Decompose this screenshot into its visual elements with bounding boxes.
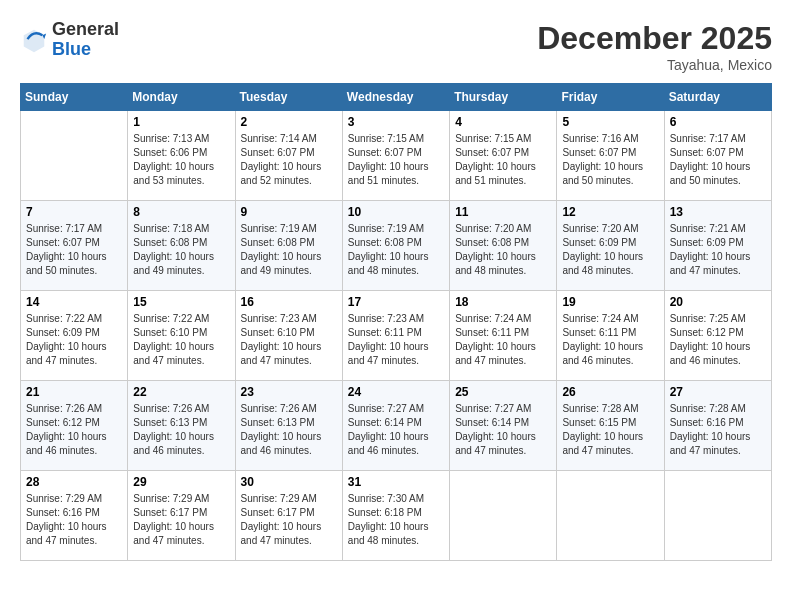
day-info: Sunrise: 7:27 AM Sunset: 6:14 PM Dayligh… <box>348 402 444 458</box>
calendar-cell: 18Sunrise: 7:24 AM Sunset: 6:11 PM Dayli… <box>450 291 557 381</box>
day-info: Sunrise: 7:15 AM Sunset: 6:07 PM Dayligh… <box>348 132 444 188</box>
calendar-week-row: 21Sunrise: 7:26 AM Sunset: 6:12 PM Dayli… <box>21 381 772 471</box>
weekday-header-thursday: Thursday <box>450 84 557 111</box>
day-number: 29 <box>133 475 229 489</box>
day-info: Sunrise: 7:28 AM Sunset: 6:15 PM Dayligh… <box>562 402 658 458</box>
day-info: Sunrise: 7:29 AM Sunset: 6:16 PM Dayligh… <box>26 492 122 548</box>
day-number: 18 <box>455 295 551 309</box>
calendar-cell: 5Sunrise: 7:16 AM Sunset: 6:07 PM Daylig… <box>557 111 664 201</box>
calendar-cell: 6Sunrise: 7:17 AM Sunset: 6:07 PM Daylig… <box>664 111 771 201</box>
day-number: 2 <box>241 115 337 129</box>
day-number: 17 <box>348 295 444 309</box>
day-number: 6 <box>670 115 766 129</box>
page-header: General Blue December 2025 Tayahua, Mexi… <box>20 20 772 73</box>
calendar-cell: 11Sunrise: 7:20 AM Sunset: 6:08 PM Dayli… <box>450 201 557 291</box>
day-info: Sunrise: 7:17 AM Sunset: 6:07 PM Dayligh… <box>670 132 766 188</box>
calendar-cell: 31Sunrise: 7:30 AM Sunset: 6:18 PM Dayli… <box>342 471 449 561</box>
day-info: Sunrise: 7:21 AM Sunset: 6:09 PM Dayligh… <box>670 222 766 278</box>
day-number: 20 <box>670 295 766 309</box>
day-info: Sunrise: 7:17 AM Sunset: 6:07 PM Dayligh… <box>26 222 122 278</box>
day-info: Sunrise: 7:22 AM Sunset: 6:10 PM Dayligh… <box>133 312 229 368</box>
day-info: Sunrise: 7:30 AM Sunset: 6:18 PM Dayligh… <box>348 492 444 548</box>
weekday-header-sunday: Sunday <box>21 84 128 111</box>
calendar-week-row: 14Sunrise: 7:22 AM Sunset: 6:09 PM Dayli… <box>21 291 772 381</box>
calendar-cell: 1Sunrise: 7:13 AM Sunset: 6:06 PM Daylig… <box>128 111 235 201</box>
day-info: Sunrise: 7:15 AM Sunset: 6:07 PM Dayligh… <box>455 132 551 188</box>
day-number: 25 <box>455 385 551 399</box>
day-number: 15 <box>133 295 229 309</box>
day-number: 5 <box>562 115 658 129</box>
logo-text: General Blue <box>52 20 119 60</box>
calendar-cell <box>664 471 771 561</box>
day-number: 8 <box>133 205 229 219</box>
day-info: Sunrise: 7:26 AM Sunset: 6:13 PM Dayligh… <box>133 402 229 458</box>
calendar-cell: 2Sunrise: 7:14 AM Sunset: 6:07 PM Daylig… <box>235 111 342 201</box>
calendar-cell: 17Sunrise: 7:23 AM Sunset: 6:11 PM Dayli… <box>342 291 449 381</box>
weekday-header-monday: Monday <box>128 84 235 111</box>
day-number: 31 <box>348 475 444 489</box>
day-number: 21 <box>26 385 122 399</box>
calendar-cell: 26Sunrise: 7:28 AM Sunset: 6:15 PM Dayli… <box>557 381 664 471</box>
day-info: Sunrise: 7:29 AM Sunset: 6:17 PM Dayligh… <box>133 492 229 548</box>
calendar-cell: 4Sunrise: 7:15 AM Sunset: 6:07 PM Daylig… <box>450 111 557 201</box>
weekday-header-saturday: Saturday <box>664 84 771 111</box>
calendar-week-row: 1Sunrise: 7:13 AM Sunset: 6:06 PM Daylig… <box>21 111 772 201</box>
day-info: Sunrise: 7:23 AM Sunset: 6:10 PM Dayligh… <box>241 312 337 368</box>
calendar-cell: 10Sunrise: 7:19 AM Sunset: 6:08 PM Dayli… <box>342 201 449 291</box>
day-info: Sunrise: 7:24 AM Sunset: 6:11 PM Dayligh… <box>562 312 658 368</box>
calendar-cell: 16Sunrise: 7:23 AM Sunset: 6:10 PM Dayli… <box>235 291 342 381</box>
day-info: Sunrise: 7:26 AM Sunset: 6:12 PM Dayligh… <box>26 402 122 458</box>
day-info: Sunrise: 7:19 AM Sunset: 6:08 PM Dayligh… <box>241 222 337 278</box>
calendar-cell: 29Sunrise: 7:29 AM Sunset: 6:17 PM Dayli… <box>128 471 235 561</box>
day-info: Sunrise: 7:23 AM Sunset: 6:11 PM Dayligh… <box>348 312 444 368</box>
calendar-cell: 24Sunrise: 7:27 AM Sunset: 6:14 PM Dayli… <box>342 381 449 471</box>
calendar-header-row: SundayMondayTuesdayWednesdayThursdayFrid… <box>21 84 772 111</box>
day-number: 28 <box>26 475 122 489</box>
day-number: 3 <box>348 115 444 129</box>
day-info: Sunrise: 7:19 AM Sunset: 6:08 PM Dayligh… <box>348 222 444 278</box>
logo: General Blue <box>20 20 119 60</box>
day-number: 19 <box>562 295 658 309</box>
calendar-week-row: 28Sunrise: 7:29 AM Sunset: 6:16 PM Dayli… <box>21 471 772 561</box>
calendar-cell: 9Sunrise: 7:19 AM Sunset: 6:08 PM Daylig… <box>235 201 342 291</box>
day-number: 1 <box>133 115 229 129</box>
day-number: 7 <box>26 205 122 219</box>
calendar-cell: 30Sunrise: 7:29 AM Sunset: 6:17 PM Dayli… <box>235 471 342 561</box>
weekday-header-wednesday: Wednesday <box>342 84 449 111</box>
calendar-cell: 28Sunrise: 7:29 AM Sunset: 6:16 PM Dayli… <box>21 471 128 561</box>
day-info: Sunrise: 7:20 AM Sunset: 6:08 PM Dayligh… <box>455 222 551 278</box>
calendar-table: SundayMondayTuesdayWednesdayThursdayFrid… <box>20 83 772 561</box>
calendar-cell: 3Sunrise: 7:15 AM Sunset: 6:07 PM Daylig… <box>342 111 449 201</box>
day-number: 12 <box>562 205 658 219</box>
day-info: Sunrise: 7:14 AM Sunset: 6:07 PM Dayligh… <box>241 132 337 188</box>
month-year-title: December 2025 <box>537 20 772 57</box>
calendar-cell: 13Sunrise: 7:21 AM Sunset: 6:09 PM Dayli… <box>664 201 771 291</box>
day-info: Sunrise: 7:28 AM Sunset: 6:16 PM Dayligh… <box>670 402 766 458</box>
day-number: 24 <box>348 385 444 399</box>
day-info: Sunrise: 7:22 AM Sunset: 6:09 PM Dayligh… <box>26 312 122 368</box>
day-info: Sunrise: 7:29 AM Sunset: 6:17 PM Dayligh… <box>241 492 337 548</box>
day-info: Sunrise: 7:25 AM Sunset: 6:12 PM Dayligh… <box>670 312 766 368</box>
calendar-cell: 22Sunrise: 7:26 AM Sunset: 6:13 PM Dayli… <box>128 381 235 471</box>
day-number: 13 <box>670 205 766 219</box>
calendar-cell: 19Sunrise: 7:24 AM Sunset: 6:11 PM Dayli… <box>557 291 664 381</box>
calendar-cell <box>21 111 128 201</box>
weekday-header-friday: Friday <box>557 84 664 111</box>
logo-icon <box>20 26 48 54</box>
day-number: 27 <box>670 385 766 399</box>
calendar-cell: 20Sunrise: 7:25 AM Sunset: 6:12 PM Dayli… <box>664 291 771 381</box>
title-block: December 2025 Tayahua, Mexico <box>537 20 772 73</box>
day-number: 14 <box>26 295 122 309</box>
calendar-cell: 21Sunrise: 7:26 AM Sunset: 6:12 PM Dayli… <box>21 381 128 471</box>
day-info: Sunrise: 7:16 AM Sunset: 6:07 PM Dayligh… <box>562 132 658 188</box>
calendar-week-row: 7Sunrise: 7:17 AM Sunset: 6:07 PM Daylig… <box>21 201 772 291</box>
day-number: 11 <box>455 205 551 219</box>
calendar-cell: 15Sunrise: 7:22 AM Sunset: 6:10 PM Dayli… <box>128 291 235 381</box>
day-info: Sunrise: 7:13 AM Sunset: 6:06 PM Dayligh… <box>133 132 229 188</box>
weekday-header-tuesday: Tuesday <box>235 84 342 111</box>
calendar-cell: 25Sunrise: 7:27 AM Sunset: 6:14 PM Dayli… <box>450 381 557 471</box>
calendar-cell <box>557 471 664 561</box>
day-number: 23 <box>241 385 337 399</box>
day-info: Sunrise: 7:20 AM Sunset: 6:09 PM Dayligh… <box>562 222 658 278</box>
calendar-cell: 7Sunrise: 7:17 AM Sunset: 6:07 PM Daylig… <box>21 201 128 291</box>
